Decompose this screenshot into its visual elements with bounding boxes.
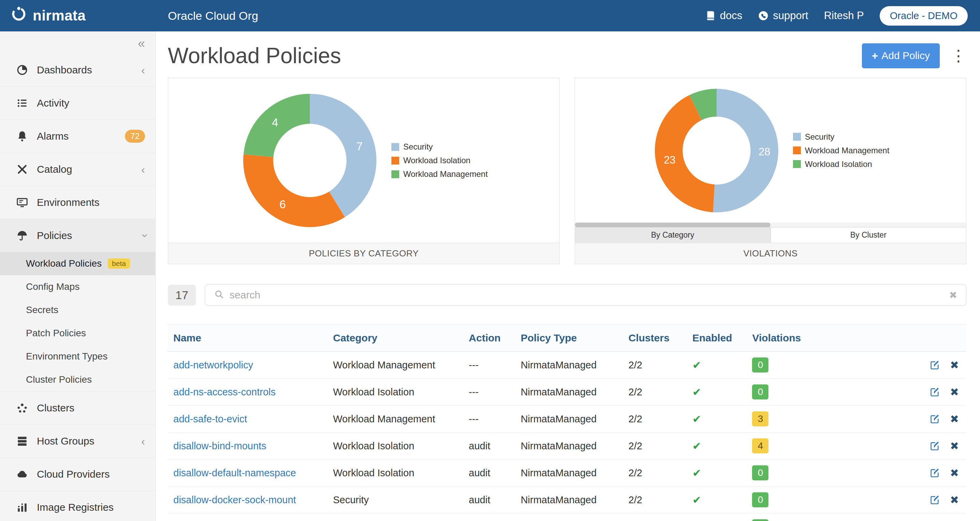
cell-clusters: 2/2 [623, 406, 687, 433]
violations-badge[interactable]: 4 [752, 438, 768, 453]
sidebar-subitem-cluster-policies[interactable]: Cluster Policies [0, 368, 155, 391]
cell-action: audit [463, 433, 515, 460]
legend-label: Security [403, 142, 433, 151]
add-policy-button[interactable]: + Add Policy [862, 43, 940, 68]
docs-link[interactable]: docs [705, 10, 742, 22]
beta-badge: beta [108, 258, 130, 269]
violations-badge[interactable]: 0 [752, 384, 768, 400]
brand[interactable]: nirmata [0, 6, 156, 25]
clear-search-icon[interactable]: ✖ [949, 290, 957, 301]
donut-value-label: 28 [759, 146, 770, 158]
violations-badge[interactable]: 3 [752, 411, 768, 426]
legend-label: Security [805, 132, 835, 142]
sidebar-subitem-config-maps[interactable]: Config Maps [0, 275, 155, 298]
umbrella-icon [15, 230, 29, 241]
delete-policy-icon[interactable]: ✖ [950, 414, 959, 424]
kebab-menu-icon[interactable]: ⋮ [951, 48, 966, 64]
sidebar-collapse-button[interactable]: « [138, 36, 145, 51]
header-name[interactable]: Name [168, 325, 328, 352]
sidebar-item-image-registries[interactable]: Image Registries [0, 491, 155, 521]
support-link[interactable]: support [758, 10, 808, 22]
tab-by-category[interactable]: By Category [575, 227, 771, 243]
delete-policy-icon[interactable]: ✖ [950, 495, 959, 505]
sidebar-item-label: Alarms [37, 131, 118, 142]
scrollbar-thumb[interactable] [575, 223, 770, 227]
delete-policy-icon[interactable]: ✖ [950, 360, 959, 370]
policy-name-link[interactable]: add-safe-to-evict [173, 413, 247, 424]
chart-legend: SecurityWorkload IsolationWorkload Manag… [391, 140, 488, 181]
search-input[interactable] [230, 289, 944, 301]
enabled-check-icon: ✔ [692, 440, 701, 452]
sidebar-item-label: Host Groups [37, 435, 134, 447]
edit-policy-icon[interactable] [929, 360, 940, 370]
cell-violations: 0 [746, 379, 859, 406]
org-title: Oracle Cloud Org [156, 9, 258, 22]
violations-badge[interactable]: 0 [752, 492, 768, 507]
donut-value-label: 7 [356, 140, 363, 153]
sidebar-item-cloud-providers[interactable]: Cloud Providers [0, 457, 155, 491]
row-actions: ✖ [864, 467, 961, 478]
cell-violations: 0 [746, 352, 859, 379]
table-row: ✔0✖ [168, 513, 966, 521]
user-name[interactable]: Ritesh P [824, 10, 864, 22]
table-row: disallow-bind-mountsWorkload Isolationau… [168, 433, 966, 460]
edit-policy-icon[interactable] [929, 440, 940, 451]
add-policy-label: Add Policy [881, 50, 930, 61]
header-action[interactable]: Action [463, 325, 515, 352]
cell-category: Workload Management [328, 352, 463, 379]
cell-name [168, 513, 328, 521]
sidebar-subitem-patch-policies[interactable]: Patch Policies [0, 322, 155, 345]
violations-badge[interactable]: 0 [752, 519, 768, 521]
table-header-row: Name Category Action Policy Type Cluster… [168, 325, 966, 352]
sidebar-item-clusters[interactable]: Clusters [0, 391, 155, 424]
policy-name-link[interactable]: disallow-bind-mounts [173, 440, 266, 451]
policy-name-link[interactable]: disallow-docker-sock-mount [173, 494, 296, 505]
table-row: add-ns-access-controlsWorkload Isolation… [168, 379, 966, 406]
tab-by-cluster[interactable]: By Cluster [771, 227, 966, 243]
sidebar-item-catalog[interactable]: Catalog‹ [0, 153, 155, 186]
header-violations[interactable]: Violations [746, 325, 859, 352]
sidebar-item-activity[interactable]: Activity [0, 86, 155, 119]
sidebar-subitem-workload-policies[interactable]: Workload Policiesbeta [0, 252, 155, 275]
header-category[interactable]: Category [328, 325, 463, 352]
cell-name: disallow-bind-mounts [168, 433, 328, 460]
delete-policy-icon[interactable]: ✖ [950, 441, 959, 451]
violations-badge[interactable]: 0 [752, 465, 768, 480]
sidebar-item-label: Image Registries [37, 502, 145, 513]
sidebar-subitem-environment-types[interactable]: Environment Types [0, 345, 155, 368]
delete-policy-icon[interactable]: ✖ [950, 387, 959, 397]
registry-icon [15, 502, 29, 513]
cell-clusters: 2/2 [623, 379, 687, 406]
legend-swatch [793, 147, 801, 154]
cell-row-actions: ✖ [859, 352, 966, 379]
row-actions: ✖ [864, 413, 961, 424]
sidebar: « Dashboards‹ActivityAlarms72Catalog‹Env… [0, 32, 156, 521]
tenant-button[interactable]: Oracle - DEMO [880, 6, 968, 25]
violations-badge[interactable]: 0 [752, 357, 768, 373]
edit-policy-icon[interactable] [929, 413, 940, 424]
policy-name-link[interactable]: add-networkpolicy [173, 360, 253, 370]
edit-policy-icon[interactable] [929, 494, 940, 505]
edit-policy-icon[interactable] [929, 387, 940, 397]
delete-policy-icon[interactable]: ✖ [950, 468, 959, 478]
policy-name-link[interactable]: disallow-default-namespace [173, 467, 296, 478]
legend-swatch [391, 157, 399, 164]
policy-name-link[interactable]: add-ns-access-controls [173, 387, 276, 397]
sidebar-item-dashboards[interactable]: Dashboards‹ [0, 53, 155, 86]
header-policy-type[interactable]: Policy Type [515, 325, 623, 352]
sidebar-subitem-secrets[interactable]: Secrets [0, 298, 155, 322]
edit-policy-icon[interactable] [929, 467, 940, 478]
cell-enabled: ✔ [687, 433, 747, 460]
sidebar-item-alarms[interactable]: Alarms72 [0, 119, 155, 153]
header-enabled[interactable]: Enabled [687, 325, 747, 352]
header-clusters[interactable]: Clusters [623, 325, 687, 352]
cell-name: disallow-docker-sock-mount [168, 486, 328, 513]
sidebar-item-policies[interactable]: Policies‹ [0, 219, 155, 252]
sidebar-item-environments[interactable]: Environments [0, 186, 155, 219]
cell-action: audit [463, 486, 515, 513]
horizontal-scrollbar[interactable] [575, 223, 966, 227]
sidebar-item-host-groups[interactable]: Host Groups‹ [0, 424, 155, 457]
topbar: nirmata Oracle Cloud Org docs support Ri… [0, 0, 980, 32]
donut-segment-workload-isolation[interactable] [243, 154, 345, 227]
cell-policy-type: NirmataManaged [515, 352, 623, 379]
